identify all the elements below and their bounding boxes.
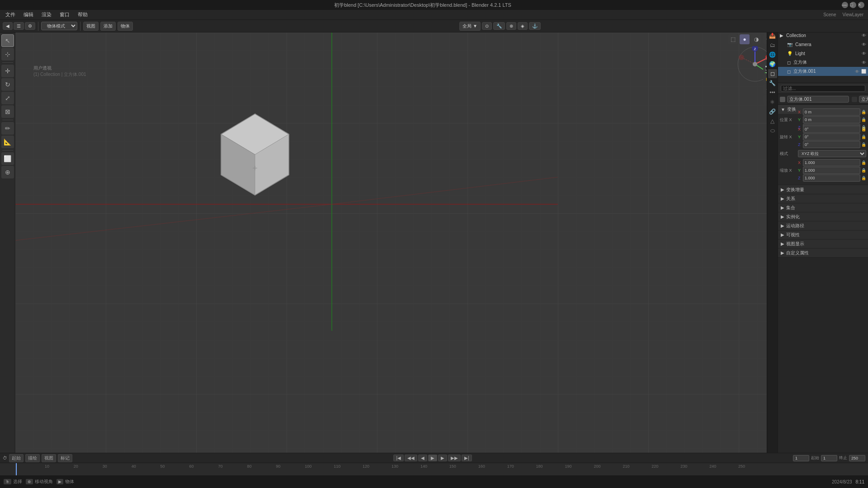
menu-render[interactable]: 渲染 (38, 10, 55, 19)
start-frame-input[interactable] (821, 455, 837, 461)
add-menu-btn[interactable]: 添加 (100, 22, 116, 31)
motion-path-section[interactable]: ▶ 运动路径 (778, 221, 868, 230)
prop-icon-constraints[interactable]: 🔗 (768, 107, 777, 116)
viewport-3d[interactable]: 用户透视 (1) Collection | 立方体.001 ⬚ ● ◑ ☀ (15, 33, 778, 453)
custom-props-section[interactable]: ▶ 自定义属性 (778, 249, 868, 258)
toggle-toolbar-btn[interactable]: ⚙ (25, 22, 35, 30)
sc-z-input[interactable] (803, 174, 860, 182)
rot-mode-select[interactable]: XYZ 欧拉 (798, 150, 866, 157)
loc-x-lock[interactable]: 🔒 (861, 109, 866, 115)
menu-file[interactable]: 文件 (2, 10, 19, 19)
tool-add-cube[interactable]: ⬜ (1, 152, 14, 165)
prop-icon-output[interactable]: 📤 (768, 31, 777, 40)
next-keyframe-btn[interactable]: ▶▶ (448, 455, 461, 461)
rot-z-lock[interactable]: 🔒 (861, 142, 866, 147)
prop-icon-physics[interactable]: ⚛ (768, 98, 777, 107)
tool-scale[interactable]: ⤢ (1, 92, 14, 104)
extra2[interactable]: ⚓ (529, 22, 541, 30)
tool-move[interactable]: ✛ (1, 65, 14, 77)
maximize-button[interactable]: □ (850, 2, 856, 8)
relations-section[interactable]: ▶ 关系 (778, 194, 868, 203)
tool-transform[interactable]: ⊠ (1, 105, 14, 118)
prop-icon-world[interactable]: 🌍 (768, 60, 777, 69)
outliner-visibility-toggle[interactable]: 👁 (862, 33, 866, 38)
sc-x-input[interactable] (803, 159, 860, 166)
prop-icon-object[interactable]: ◻ (768, 69, 777, 78)
next-frame-btn[interactable]: ▶ (438, 455, 447, 461)
viewport-display-section[interactable]: ▶ 视图显示 (778, 239, 868, 249)
material-btn[interactable]: ◑ (751, 34, 761, 44)
tool-select[interactable]: ↖ (1, 34, 14, 47)
cube-visibility[interactable]: 👁 (862, 60, 866, 65)
timeline-playback-btn[interactable]: 标记 (58, 454, 72, 462)
cube001-visibility[interactable]: 👁 (855, 69, 859, 74)
loc-x-input[interactable] (803, 108, 860, 116)
prop-icon-particles[interactable]: ••• (768, 88, 777, 97)
global-select[interactable]: 全局 ▼ (459, 22, 481, 31)
rot-y-input[interactable] (803, 133, 860, 141)
menu-edit[interactable]: 编辑 (20, 10, 37, 19)
timeline-ruler[interactable]: 1020304050607080901001101201301401501601… (0, 463, 868, 476)
transform-delta-section[interactable]: ▶ 变换增量 (778, 185, 868, 194)
close-button[interactable]: × (858, 2, 864, 8)
tool-cursor[interactable]: ⊹ (1, 48, 14, 61)
sc-x-lock[interactable]: 🔒 (861, 160, 866, 165)
light-visibility[interactable]: 👁 (862, 51, 866, 56)
outliner-item-cube001[interactable]: ◻ 立方体.001 👁 ⬜ (778, 67, 868, 76)
prop-icon-scene[interactable]: 🌐 (768, 50, 777, 59)
prop-icon-data[interactable]: △ (768, 117, 777, 126)
tool-measure[interactable]: 📐 (1, 136, 14, 148)
toggle-sidebar-btn[interactable]: ◀ (3, 22, 13, 30)
end-frame-input[interactable] (849, 455, 865, 461)
sc-y-input[interactable] (803, 167, 860, 174)
menu-help[interactable]: 帮助 (74, 10, 91, 19)
mesh-name-field[interactable] (859, 96, 868, 103)
outliner-item-cube[interactable]: ◻ 立方体 👁 (778, 58, 868, 67)
proportional-edit[interactable]: ⊙ (482, 22, 492, 30)
prop-search-input[interactable] (781, 85, 865, 92)
solid-btn[interactable]: ● (740, 34, 750, 44)
timeline-edit-btn[interactable]: 描绘 (25, 454, 40, 462)
rot-x-lock[interactable]: 🔒 (861, 127, 866, 132)
object-menu-btn[interactable]: 物体 (118, 22, 133, 31)
loc-y-input[interactable] (803, 116, 860, 123)
rot-y-lock[interactable]: 🔒 (861, 134, 866, 140)
jump-end-btn[interactable]: ▶| (462, 455, 472, 461)
extra1[interactable]: ◈ (518, 22, 528, 30)
sc-z-lock[interactable]: 🔒 (861, 175, 866, 181)
snap-btn[interactable]: 🔧 (493, 22, 505, 30)
prev-keyframe-btn[interactable]: ◀◀ (405, 455, 417, 461)
jump-start-btn[interactable]: |◀ (393, 455, 404, 461)
tool-annotate[interactable]: ✏ (1, 122, 14, 135)
prop-icon-material[interactable]: ⬭ (768, 126, 777, 135)
current-frame-input[interactable] (793, 455, 809, 461)
object-mode-selector[interactable]: 物体模式 (41, 22, 77, 30)
collections-section[interactable]: ▶ 集合 (778, 203, 868, 212)
minimize-button[interactable]: — (842, 2, 848, 8)
cube001-restrict-icon[interactable]: ⬜ (861, 69, 866, 74)
transform-pivot[interactable]: ⊕ (506, 22, 516, 30)
visibility-section[interactable]: ▶ 可视性 (778, 230, 868, 239)
outliner-item-light[interactable]: 💡 Light 👁 (778, 49, 868, 58)
timeline-view-btn[interactable]: 起始 (9, 454, 24, 462)
menu-window[interactable]: 窗口 (56, 10, 73, 19)
prev-frame-btn[interactable]: ◀ (418, 455, 427, 461)
play-btn[interactable]: ▶ (428, 455, 437, 461)
loc-y-lock[interactable]: 🔒 (861, 117, 866, 122)
rot-z-input[interactable] (803, 141, 860, 148)
tool-add-object[interactable]: ⊕ (1, 166, 14, 178)
obj-name-field[interactable] (787, 96, 849, 103)
sc-y-lock[interactable]: 🔒 (861, 168, 866, 173)
tool-rotate[interactable]: ↻ (1, 78, 14, 91)
prop-icon-view-layer[interactable]: 🗂 (768, 41, 777, 50)
cam-visibility[interactable]: 👁 (862, 42, 866, 47)
prop-icon-modifier[interactable]: 🔧 (768, 79, 777, 88)
view-menu-btn[interactable]: 视图 (83, 22, 99, 31)
rot-x-input[interactable] (803, 126, 860, 133)
timeline-playhead[interactable] (16, 463, 17, 476)
instancing-section[interactable]: ▶ 实例化 (778, 212, 868, 221)
outliner-item-camera[interactable]: 📷 Camera 👁 (778, 40, 868, 49)
timeline-marker-btn[interactable]: 视图 (42, 454, 56, 462)
toggle-header-btn[interactable]: ☰ (14, 22, 24, 30)
wireframe-btn[interactable]: ⬚ (728, 34, 738, 44)
